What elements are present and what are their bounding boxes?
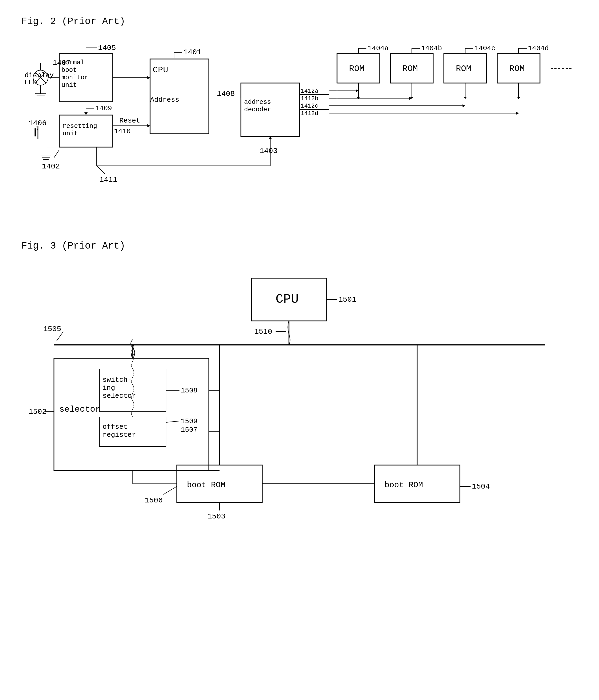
ref-1403: 1403 [259,147,277,155]
fig2-reset-label2: unit [63,130,78,137]
fig3-cpu-label: CPU [276,292,299,306]
fig2-title: Fig. 2 (Prior Art) [21,16,578,27]
ref-1507: 1507 [181,426,197,434]
svg-line-93 [164,486,177,495]
ref-1509: 1509 [181,417,197,425]
ref-1406: 1406 [29,119,47,127]
ref-1502: 1502 [29,408,47,416]
ref-1412a: 1412a [301,88,318,95]
ref-1404a: 1404a [368,44,389,52]
ref-1412c: 1412c [301,103,318,109]
fig3-selector-label: selector [59,404,100,414]
ref-1408: 1408 [217,90,235,98]
svg-marker-62 [517,97,520,99]
ref-1402: 1402 [42,162,60,171]
fig3-sw-sel-label2: ing [103,384,115,392]
fig3-boot-rom1-label: boot ROM [187,480,225,490]
fig2-addr-dec-label1: address [244,99,271,106]
figure2-section: Fig. 2 (Prior Art) CPU Address 1401 norm… [21,16,578,219]
ref-1501: 1501 [339,296,356,304]
fig2-rom1-label: ROM [349,64,365,74]
page: Fig. 2 (Prior Art) CPU Address 1401 norm… [0,0,599,700]
fig2-nbmu-label2: boot [61,67,77,74]
figure3-section: Fig. 3 (Prior Art) CPU 1501 1505 1510 [21,241,578,524]
fig2-nbmu-label4: unit [61,81,77,89]
ref-1404b: 1404b [421,44,442,52]
svg-marker-70 [516,111,519,115]
fig2-rom4-label: ROM [509,64,525,74]
svg-rect-84 [54,358,209,470]
ref-1412b: 1412b [301,95,318,102]
ref-1508: 1508 [181,386,197,395]
ref-1409: 1409 [95,104,112,112]
fig2-led-label: LED [25,78,37,86]
fig2-rom2-label: ROM [402,64,418,74]
fig2-svg: CPU Address 1401 normal boot monitor uni… [22,38,577,219]
ref-1504: 1504 [472,482,490,491]
fig2-cpu-label: CPU [153,65,168,75]
fig2-nbmu-label3: monitor [61,74,89,81]
fig3-diagram: CPU 1501 1505 1510 selector 1 [22,262,577,524]
ref-1510: 1510 [254,328,272,336]
fig2-display-label: display [25,71,54,79]
fig3-sw-sel-label1: switch- [103,376,132,384]
ref-1405: 1405 [98,44,116,52]
svg-marker-64 [356,89,358,92]
ref-1404c: 1404c [475,44,495,52]
ref-1410: 1410 [114,127,131,135]
fig2-reset-label1: resetting [63,123,97,130]
ref-1411: 1411 [99,176,117,184]
svg-line-89 [166,421,179,422]
fig3-svg: CPU 1501 1505 1510 selector 1 [22,262,577,524]
ref-1404d: 1404d [528,44,549,52]
fig2-address-label: Address [150,96,179,104]
fig2-diagram: CPU Address 1401 normal boot monitor uni… [22,38,577,219]
fig3-title: Fig. 3 (Prior Art) [21,241,578,251]
svg-marker-68 [463,104,465,107]
fig3-offset-reg-label2: register [103,431,136,439]
svg-line-28 [54,150,59,158]
fig3-offset-reg-label1: offset [103,423,128,431]
svg-line-76 [97,166,105,174]
svg-marker-60 [464,97,467,99]
ref-1401: 1401 [183,48,201,56]
ref-1506: 1506 [145,496,163,505]
fig2-addr-dec-label2: decoder [244,106,271,113]
ref-1412d: 1412d [301,110,318,117]
ref-1505: 1505 [43,325,61,333]
fig3-boot-rom2-label: boot ROM [384,480,423,490]
fig2-rom3-label: ROM [456,64,471,74]
ref-1407: 1407 [53,59,71,67]
fig2-reset-wire-label: Reset [119,117,140,125]
fig3-sw-sel-label3: selector [103,392,136,400]
ref-1503: 1503 [207,512,225,521]
